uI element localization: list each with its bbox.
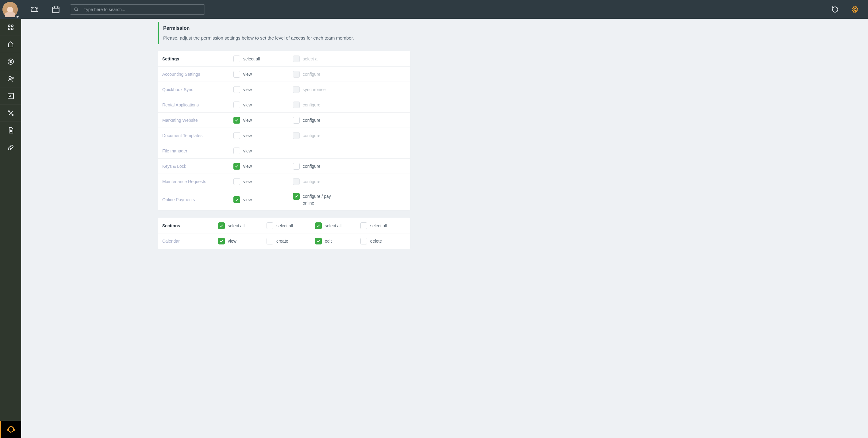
settings-2-c2-label: configure [303, 101, 320, 108]
rail-document[interactable] [0, 122, 21, 139]
svg-point-2 [74, 8, 77, 10]
settings-row-label: Marketing Website [162, 118, 234, 123]
alarm-icon[interactable] [27, 2, 42, 17]
settings-0-c1-label: view [243, 71, 252, 77]
settings-row-label: Quickbook Sync [162, 87, 234, 92]
settings-8-c1-label: view [243, 196, 252, 203]
settings-8-c2-checkbox[interactable] [293, 193, 300, 200]
rail-money[interactable] [0, 53, 21, 70]
settings-6-c2-label: configure [303, 163, 320, 169]
topbar [0, 0, 868, 19]
sections-header-label: Sections [162, 223, 218, 228]
sections-selectall-2-label: select all [276, 222, 293, 229]
settings-gear-icon[interactable] [848, 2, 863, 17]
sections-selectall-3-checkbox[interactable] [315, 222, 322, 229]
settings-1-c1-checkbox[interactable] [234, 86, 240, 93]
settings-4-c2-label: configure [303, 132, 320, 139]
rail-tools[interactable] [0, 104, 21, 122]
search-icon [74, 7, 79, 12]
settings-8-c1-checkbox[interactable] [234, 196, 240, 203]
settings-row-label: Online Payments [162, 197, 234, 202]
search-box[interactable] [70, 4, 205, 15]
svg-rect-1 [53, 7, 59, 12]
settings-2-c1-checkbox[interactable] [234, 101, 240, 108]
settings-header-row: Settings select all select all [158, 51, 410, 67]
settings-7-c1-checkbox[interactable] [234, 178, 240, 185]
settings-6-c2-checkbox[interactable] [293, 163, 300, 169]
sections-0-c2-label: create [276, 238, 288, 245]
settings-selectall-1-checkbox[interactable] [234, 56, 240, 62]
settings-3-c2-label: configure [303, 117, 320, 124]
settings-3-c1-label: view [243, 117, 252, 124]
settings-4-c1-checkbox[interactable] [234, 132, 240, 139]
settings-6-c1-label: view [243, 163, 252, 169]
rail-support[interactable] [0, 421, 21, 438]
sections-selectall-2-checkbox[interactable] [267, 222, 273, 229]
sections-0-c1-checkbox[interactable] [218, 238, 225, 245]
search-input[interactable] [84, 7, 201, 12]
settings-row: File manager view [158, 143, 410, 159]
sections-0-c1-label: view [228, 238, 237, 245]
svg-point-5 [11, 25, 13, 27]
svg-point-9 [9, 76, 11, 79]
settings-row: Marketing Website view configure [158, 113, 410, 128]
settings-7-c1-label: view [243, 178, 252, 185]
sections-selectall-1-checkbox[interactable] [218, 222, 225, 229]
settings-selectall-2-checkbox [293, 56, 300, 62]
settings-row-label: Document Templates [162, 133, 234, 138]
chat-icon[interactable] [828, 2, 843, 17]
sections-0-c3-label: edit [325, 238, 332, 245]
settings-0-c2-label: configure [303, 71, 320, 77]
settings-1-c2-label: synchronise [303, 86, 326, 93]
sections-0-c3-checkbox[interactable] [315, 238, 322, 245]
svg-point-3 [854, 8, 856, 10]
user-avatar[interactable] [2, 2, 18, 17]
settings-row: Online Payments view configure / pay onl… [158, 189, 410, 210]
settings-5-c1-checkbox[interactable] [234, 148, 240, 154]
settings-2-c2-checkbox [293, 101, 300, 108]
settings-0-c2-checkbox [293, 71, 300, 77]
settings-7-c2-label: configure [303, 178, 320, 185]
settings-row-label: Keys & Lock [162, 164, 234, 169]
settings-5-c1-label: view [243, 148, 252, 154]
sections-selectall-4-checkbox[interactable] [361, 222, 367, 229]
svg-point-6 [8, 28, 10, 30]
settings-row: Maintenance Requests view configure [158, 174, 410, 189]
settings-panel: Settings select all select all Accountin… [158, 51, 410, 211]
permission-header: Permission Please, adjust the permission… [158, 22, 443, 44]
rail-apps[interactable] [0, 19, 21, 36]
settings-0-c1-checkbox[interactable] [234, 71, 240, 77]
sections-0-c4-label: delete [370, 238, 382, 245]
settings-2-c1-label: view [243, 101, 252, 108]
settings-3-c1-checkbox[interactable] [234, 117, 240, 124]
rail-person[interactable] [0, 70, 21, 87]
sections-selectall-4-label: select all [370, 222, 387, 229]
settings-7-c2-checkbox [293, 178, 300, 185]
sections-0-c4-checkbox[interactable] [361, 238, 367, 245]
main-content: Permission Please, adjust the permission… [21, 19, 868, 438]
settings-4-c1-label: view [243, 132, 252, 139]
settings-row: Document Templates view configure [158, 128, 410, 143]
settings-8-c2-label: configure / pay online [303, 193, 332, 207]
settings-row: Quickbook Sync view synchronise [158, 82, 410, 97]
permission-description: Please, adjust the permission settings b… [163, 35, 443, 40]
settings-row-label: File manager [162, 149, 234, 153]
settings-selectall-1-label: select all [243, 56, 260, 62]
permission-title: Permission [163, 26, 443, 31]
sections-panel: Sections select all select all select al… [158, 218, 410, 249]
rail-home[interactable] [0, 36, 21, 53]
settings-6-c1-checkbox[interactable] [234, 163, 240, 169]
rail-link[interactable] [0, 139, 21, 156]
settings-row-label: Maintenance Requests [162, 179, 234, 184]
settings-row-label: Rental Applications [162, 102, 234, 107]
rail-reports[interactable] [0, 87, 21, 104]
settings-3-c2-checkbox[interactable] [293, 117, 300, 124]
sections-selectall-3-label: select all [325, 222, 341, 229]
settings-1-c1-label: view [243, 86, 252, 93]
calendar-icon[interactable] [49, 2, 63, 17]
sections-row-label: Calendar [162, 239, 218, 244]
svg-point-7 [11, 28, 13, 30]
sections-0-c2-checkbox[interactable] [267, 238, 273, 245]
sections-header-row: Sections select all select all select al… [158, 218, 410, 233]
settings-row-label: Accounting Settings [162, 72, 234, 77]
